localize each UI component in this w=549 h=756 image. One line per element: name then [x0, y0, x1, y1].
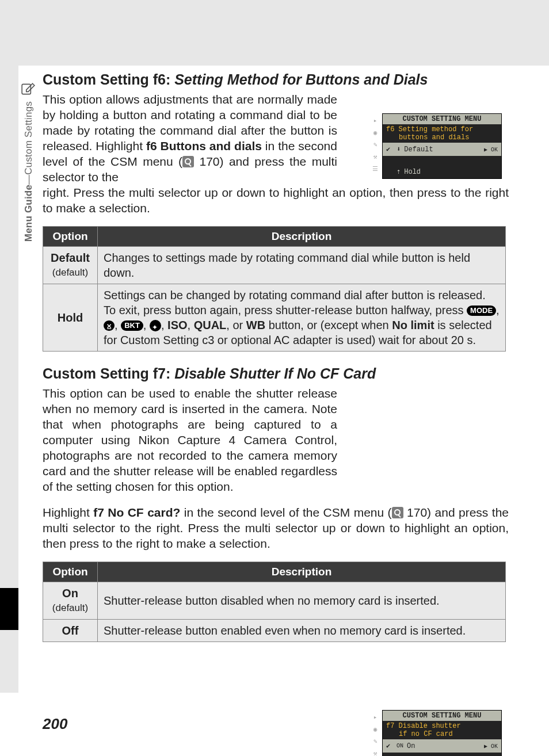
page-ref-icon	[392, 507, 403, 518]
lcd-screen: CUSTOM SETTING MENU f7 Disable shutter i…	[382, 710, 502, 756]
f6-r2-or: , or	[226, 319, 246, 331]
pencil-icon: ✎	[371, 736, 380, 746]
lcd-sub2: buttons and dials	[386, 133, 498, 142]
side-label-rest: Custom Settings	[23, 101, 34, 175]
f7-row2-opt-main: Off	[49, 623, 92, 638]
lcd-f6: ▸ ◉ ✎ ⚒ ☰ CUSTOM SETTING MENU f6 Setting…	[371, 113, 502, 179]
ok-indicator: ▶ OK	[484, 743, 498, 750]
ok-indicator: ▶ OK	[484, 146, 498, 153]
f6-heading-prefix: Custom Setting f6:	[43, 71, 174, 87]
f6-row1-opt-sub: (default)	[49, 265, 92, 280]
table-row: On (default) Shutter-release button disa…	[43, 582, 506, 620]
lcd-row-hold: ⇡ Hold	[383, 165, 501, 178]
f6-r2-c5: ,	[188, 319, 194, 331]
top-gray-bar	[0, 0, 549, 66]
table-row: Hold Settings can be changed by rotating…	[43, 284, 506, 352]
f6-th-option: Option	[43, 227, 98, 247]
f6-r2-t1: Settings can be changed by rotating comm…	[104, 289, 486, 316]
f7-para1-text: This option can be used to enable the sh…	[43, 387, 337, 493]
check-icon: ✔	[386, 145, 393, 154]
side-label-bold: Menu Guide	[23, 185, 34, 242]
f6-row1-opt-main: Default	[49, 250, 92, 265]
lcd-row-on: ✔ ON On ▶ OK	[383, 739, 501, 753]
f6-r2-c2: ,	[115, 319, 121, 331]
lcd-default-text: Default	[404, 146, 433, 154]
f6-heading: Custom Setting f6: Setting Method for Bu…	[43, 71, 509, 88]
play-icon: ▸	[371, 115, 380, 125]
lcd-title: CUSTOM SETTING MENU	[383, 711, 501, 721]
f7-section: Custom Setting f7: Disable Shutter If No…	[43, 365, 509, 642]
camera-icon: ◉	[371, 127, 380, 138]
stack-icon: ☰	[371, 163, 380, 174]
f6-r2-qual: QUAL	[194, 319, 227, 331]
f7-heading: Custom Setting f7: Disable Shutter If No…	[43, 365, 509, 382]
f6-r2-iso: ISO	[167, 319, 187, 331]
wrench-icon: ⚒	[371, 151, 380, 162]
wrench-icon: ⚒	[371, 748, 380, 756]
f7-heading-italic: Disable Shutter If No CF Card	[174, 365, 376, 381]
table-row: Off Shutter-release button enabled even …	[43, 620, 506, 642]
f7-th-desc: Description	[98, 562, 506, 582]
ev-badge-icon: ⨱	[104, 320, 115, 331]
check-icon: ✔	[386, 742, 393, 750]
f7-heading-prefix: Custom Setting f7:	[43, 365, 174, 381]
pencil-note-icon	[21, 82, 36, 97]
f7-th-option: Option	[43, 562, 98, 582]
f7-p2-t1: Highlight	[43, 506, 93, 519]
table-row: Default (default) Changes to settings ma…	[43, 247, 506, 284]
lcd-screen: CUSTOM SETTING MENU f6 Setting method fo…	[382, 113, 502, 179]
f7-row1-desc: Shutter-release button disabled when no …	[98, 582, 506, 620]
page-ref-icon	[182, 156, 194, 167]
side-black-tab	[0, 588, 18, 630]
page-number: 200	[43, 715, 67, 733]
lcd-sub2: if no CF card	[386, 730, 498, 738]
f6-row2-opt-main: Hold	[49, 310, 92, 325]
f7-p2-t2: in the second level of the CSM menu (	[180, 506, 391, 519]
f6-para-top: This option allows adjustments that are …	[43, 91, 337, 185]
lcd-sidebar-icons: ▸ ◉ ✎ ⚒ ☰	[371, 113, 382, 175]
lcd-sidebar-icons: ▸ ◉ ✎ ⚒ ☰	[371, 710, 382, 756]
lcd-spacer	[383, 156, 501, 165]
f6-r2-wb: WB	[246, 319, 265, 331]
f6-th-desc: Description	[98, 227, 506, 247]
page-content: Custom Setting f6: Setting Method for Bu…	[43, 71, 509, 642]
f6-r2-c4: ,	[161, 319, 167, 331]
f6-row2-opt: Hold	[43, 284, 98, 352]
lcd-row-default: ✔ ⬇ Default ▶ OK	[383, 143, 501, 156]
f7-para2: Highlight f7 No CF card? in the second l…	[43, 505, 509, 551]
f7-options-table: Option Description On (default) Shutter-…	[43, 562, 506, 642]
lcd-sub1: f6 Setting method for	[386, 125, 498, 133]
f7-para1-top: This option can be used to enable the sh…	[43, 385, 337, 494]
lcd-f7: ▸ ◉ ✎ ⚒ ☰ CUSTOM SETTING MENU f7 Disable…	[371, 710, 502, 756]
camera-icon: ◉	[371, 724, 380, 734]
lcd-on-text: On	[407, 742, 415, 750]
play-icon: ▸	[371, 712, 380, 722]
f6-para1-b1: f6 Buttons and dials	[146, 139, 262, 152]
f6-para-bottom: right. Press the multi selector up or do…	[43, 185, 509, 216]
lcd-sub1: f7 Disable shutter	[386, 722, 498, 730]
f6-row1-desc: Changes to settings made by rotating com…	[98, 247, 506, 284]
person-release-icon: ⇡	[396, 167, 401, 176]
bkt-badge-icon: BKT	[121, 320, 143, 331]
f7-row1-opt: On (default)	[43, 582, 98, 620]
lcd-title: CUSTOM SETTING MENU	[383, 114, 501, 124]
lcd-spacer	[383, 753, 501, 756]
f6-row2-desc: Settings can be changed by rotating comm…	[98, 284, 506, 352]
f6-r2-c1: ,	[496, 304, 500, 316]
side-label-sep: —	[23, 175, 34, 185]
lcd-hold-text: Hold	[404, 168, 421, 176]
f7-row2-opt: Off	[43, 620, 98, 642]
side-tab-label: Menu Guide—Custom Settings	[23, 101, 35, 242]
lcd-sub: f6 Setting method for buttons and dials	[383, 124, 501, 143]
f6-r2-c3: ,	[143, 319, 150, 331]
f6-options-table: Option Description Default (default) Cha…	[43, 226, 506, 352]
f6-heading-italic: Setting Method for Buttons and Dials	[174, 71, 428, 87]
f7-row2-desc: Shutter-release button enabled even when…	[98, 620, 506, 642]
pencil-icon: ✎	[371, 139, 380, 150]
f6-row1-opt: Default (default)	[43, 247, 98, 284]
f7-row1-opt-main: On	[49, 586, 92, 601]
flash-badge-icon	[150, 320, 161, 331]
lcd-on-label: ON	[396, 743, 403, 749]
mode-badge-icon: MODE	[467, 306, 496, 316]
f6-r2-t3: button, or (except when	[265, 319, 392, 331]
